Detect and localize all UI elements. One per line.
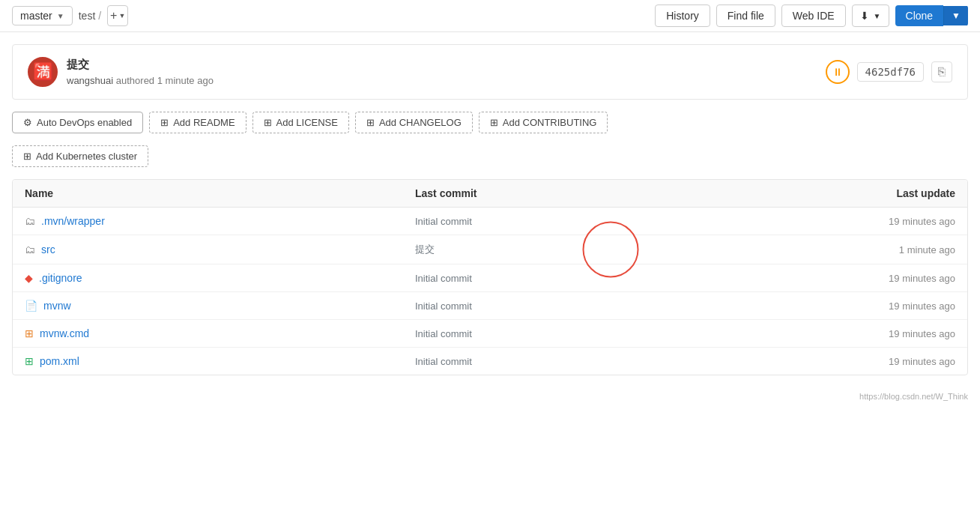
table-row: 🗂 .mvn/wrapper Initial commit 19 minutes… <box>13 208 967 235</box>
history-button[interactable]: History <box>655 4 710 27</box>
last-update-gitignore: 19 minutes ago <box>805 273 955 284</box>
download-icon: ⬇ <box>860 10 869 22</box>
table-row: ◆ .gitignore Initial commit 19 minutes a… <box>13 264 967 292</box>
file-name-label: .gitignore <box>39 272 82 284</box>
file-orange-icon: ⊞ <box>25 327 34 339</box>
add-contributing-button[interactable]: ⊞ Add CONTRIBUTING <box>479 112 608 133</box>
last-update-mvn: 19 minutes ago <box>805 216 955 227</box>
auto-devops-button[interactable]: ⚙ Auto DevOps enabled <box>12 112 143 133</box>
find-file-button[interactable]: Find file <box>716 4 775 27</box>
file-name-pomxml[interactable]: ⊞ pom.xml <box>25 355 415 367</box>
table-row: 🗂 src 提交 1 minute ago <box>13 235 967 264</box>
add-changelog-label: Add CHANGELOG <box>379 117 462 128</box>
add-path-button[interactable]: + ▼ <box>107 5 128 26</box>
commit-message-mvn[interactable]: Initial commit <box>415 216 805 227</box>
quick-actions-row2: ⊞ Add Kubernetes cluster <box>0 145 980 179</box>
file-green-icon: ⊞ <box>25 355 34 367</box>
plus-icon: ⊞ <box>366 117 375 128</box>
file-name-mvnw[interactable]: 📄 mvnw <box>25 300 415 312</box>
folder-icon: 🗂 <box>25 215 35 227</box>
path-separator: / <box>98 10 101 22</box>
path-breadcrumb: test / <box>79 10 101 22</box>
plus-icon: ⊞ <box>490 117 498 128</box>
top-actions: History Find file Web IDE ⬇ ▼ Clone ▼ <box>655 4 968 27</box>
file-name-mvn[interactable]: 🗂 .mvn/wrapper <box>25 215 415 227</box>
branch-chevron-icon: ▼ <box>57 12 64 20</box>
commit-text: 提交 wangshuai authored 1 minute ago <box>67 58 826 86</box>
folder-icon: 🗂 <box>25 244 35 255</box>
commit-message-pomxml[interactable]: Initial commit <box>415 356 805 367</box>
file-name-label: pom.xml <box>40 355 79 367</box>
add-changelog-button[interactable]: ⊞ Add CHANGELOG <box>355 112 473 133</box>
commit-message-mvnwcmd[interactable]: Initial commit <box>415 328 805 339</box>
branch-name: master <box>20 10 52 22</box>
author-avatar: 🈵 <box>28 57 58 87</box>
commit-title: 提交 <box>67 58 826 72</box>
commit-message-mvnw[interactable]: Initial commit <box>415 300 805 312</box>
download-dropdown-icon: ▼ <box>874 12 881 20</box>
file-blue-icon: 📄 <box>25 300 37 312</box>
web-ide-button[interactable]: Web IDE <box>781 4 846 27</box>
file-name-label: mvnw <box>43 300 71 312</box>
table-row: ⊞ pom.xml Initial commit 19 minutes ago <box>13 348 967 375</box>
plus-icon: ⊞ <box>264 117 272 128</box>
commit-hash: 4625df76 <box>857 62 924 82</box>
commit-author: wangshuai <box>67 75 113 86</box>
commit-message-gitignore[interactable]: Initial commit <box>415 273 805 284</box>
git-file-icon: ◆ <box>25 272 33 284</box>
commit-meta: wangshuai authored 1 minute ago <box>67 75 826 86</box>
add-readme-label: Add README <box>173 117 235 128</box>
copy-hash-button[interactable]: ⎘ <box>931 61 952 82</box>
file-name-mvnwcmd[interactable]: ⊞ mvnw.cmd <box>25 327 415 339</box>
col-update-header: Last update <box>805 187 955 199</box>
last-update-mvnwcmd: 19 minutes ago <box>805 328 955 339</box>
auto-devops-label: Auto DevOps enabled <box>37 117 132 128</box>
col-commit-header: Last commit <box>415 187 805 199</box>
add-readme-button[interactable]: ⊞ Add README <box>149 112 246 133</box>
last-update-mvnw: 19 minutes ago <box>805 300 955 312</box>
commit-right-actions: ⏸ 4625df76 ⎘ <box>826 60 952 84</box>
watermark-text: https://blog.csdn.net/W_Think <box>859 392 968 401</box>
commit-time: authored 1 minute ago <box>116 75 214 86</box>
col-name-header: Name <box>25 187 415 199</box>
download-button[interactable]: ⬇ ▼ <box>852 4 889 27</box>
commit-info-bar: 🈵 提交 wangshuai authored 1 minute ago ⏸ 4… <box>12 44 968 100</box>
path-item: test <box>79 10 96 22</box>
add-license-label: Add LICENSE <box>276 117 338 128</box>
table-row: 📄 mvnw Initial commit 19 minutes ago <box>13 292 967 320</box>
branch-selector[interactable]: master ▼ <box>12 6 73 25</box>
file-name-gitignore[interactable]: ◆ .gitignore <box>25 272 415 284</box>
avatar-emoji: 🈵 <box>33 62 53 82</box>
clone-main-button[interactable]: Clone <box>895 5 944 26</box>
add-contributing-label: Add CONTRIBUTING <box>503 117 597 128</box>
quick-actions-bar: ⚙ Auto DevOps enabled ⊞ Add README ⊞ Add… <box>0 112 980 145</box>
commit-message-src[interactable]: 提交 <box>415 243 805 256</box>
file-name-label: mvnw.cmd <box>40 327 89 339</box>
gear-icon: ⚙ <box>23 117 32 128</box>
file-table: Name Last commit Last update 🗂 .mvn/wrap… <box>12 179 968 375</box>
file-name-label: .mvn/wrapper <box>41 215 105 227</box>
last-update-pomxml: 19 minutes ago <box>805 356 955 367</box>
watermark: https://blog.csdn.net/W_Think <box>0 387 980 405</box>
last-update-src: 1 minute ago <box>805 244 955 255</box>
file-name-src[interactable]: 🗂 src <box>25 244 415 255</box>
table-row: ⊞ mvnw.cmd Initial commit 19 minutes ago <box>13 320 967 348</box>
add-k8s-label: Add Kubernetes cluster <box>36 151 137 162</box>
plus-icon: ⊞ <box>160 117 169 128</box>
add-k8s-button[interactable]: ⊞ Add Kubernetes cluster <box>12 145 148 167</box>
table-header: Name Last commit Last update <box>13 180 967 208</box>
file-name-label: src <box>41 244 55 255</box>
clone-button-group: Clone ▼ <box>895 5 968 26</box>
add-dropdown-icon: ▼ <box>118 12 125 19</box>
plus-icon: ⊞ <box>23 151 31 162</box>
add-license-button[interactable]: ⊞ Add LICENSE <box>252 112 349 133</box>
top-bar: master ▼ test / + ▼ History Find file We… <box>0 0 980 32</box>
clone-dropdown-button[interactable]: ▼ <box>943 6 968 25</box>
pipeline-status-icon[interactable]: ⏸ <box>826 60 850 84</box>
